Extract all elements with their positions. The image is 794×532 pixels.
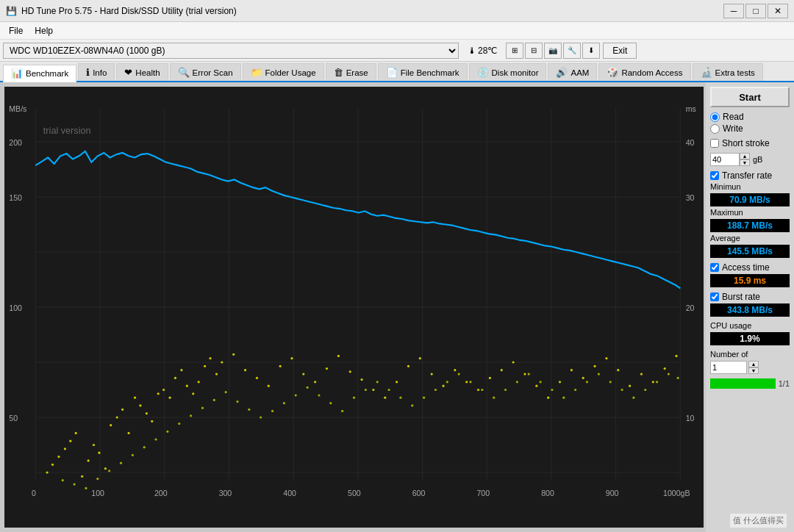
svg-point-118 (143, 446, 146, 448)
svg-point-89 (431, 373, 433, 375)
svg-point-139 (387, 389, 390, 391)
number-of-up[interactable]: ▲ (748, 361, 759, 367)
cpu-usage-section: CPU usage 1.9% (710, 321, 790, 345)
read-radio[interactable] (710, 112, 720, 122)
tab-benchmark[interactable]: 📊 Benchmark (3, 65, 76, 82)
short-stroke-label: Short stroke (722, 138, 770, 148)
tab-info-label: Info (93, 68, 107, 77)
short-stroke-input[interactable] (710, 153, 740, 166)
burst-rate-section: Burst rate 343.8 MB/s (710, 292, 790, 317)
menu-file[interactable]: File (3, 24, 29, 37)
svg-point-136 (353, 397, 355, 399)
svg-point-93 (477, 389, 479, 391)
svg-text:ms: ms (686, 104, 696, 113)
short-stroke-down[interactable]: ▼ (740, 159, 750, 166)
tab-aam[interactable]: 🔊 AAM (548, 63, 597, 81)
toolbar-icon-5[interactable]: ⬇ (582, 43, 600, 59)
start-button[interactable]: Start (710, 87, 790, 107)
toolbar-icon-4[interactable]: 🔧 (563, 43, 581, 59)
svg-text:150: 150 (9, 193, 22, 202)
svg-point-94 (489, 377, 491, 379)
svg-text:500: 500 (348, 489, 361, 497)
benchmark-icon: 📊 (11, 68, 23, 79)
tab-folder-usage[interactable]: 📁 Folder Usage (243, 63, 324, 81)
tab-info[interactable]: ℹ Info (78, 63, 115, 81)
read-label: Read (723, 112, 744, 122)
svg-point-75 (268, 385, 270, 387)
short-stroke-spinners: ▲ ▼ (740, 153, 750, 166)
svg-point-87 (407, 365, 409, 367)
exit-button[interactable]: Exit (603, 43, 637, 59)
tab-file-benchmark[interactable]: 📄 File Benchmark (378, 63, 468, 81)
burst-rate-checkbox[interactable] (710, 292, 719, 301)
svg-point-51 (104, 467, 107, 470)
toolbar-icon-2[interactable]: ⊟ (525, 43, 543, 59)
svg-point-44 (64, 447, 66, 450)
access-time-checkbox[interactable] (710, 263, 719, 272)
menu-help[interactable]: Help (29, 24, 59, 37)
svg-point-149 (504, 389, 507, 391)
read-write-group: Read Write (710, 112, 790, 134)
svg-point-76 (279, 365, 282, 367)
write-radio-row: Write (710, 123, 790, 134)
write-radio[interactable] (710, 124, 720, 134)
svg-text:700: 700 (476, 489, 490, 497)
close-button[interactable]: ✕ (768, 4, 788, 18)
svg-point-107 (640, 373, 643, 375)
svg-point-156 (586, 381, 588, 383)
tab-disk-monitor[interactable]: 💿 Disk monitor (469, 63, 547, 81)
number-of-input[interactable] (710, 361, 747, 374)
short-stroke-checkbox[interactable] (710, 139, 719, 148)
svg-point-83 (360, 378, 362, 381)
svg-point-144 (446, 381, 448, 383)
extra-tests-icon: 🔬 (701, 67, 712, 78)
titlebar: 💾 HD Tune Pro 5.75 - Hard Disk/SSD Utili… (0, 0, 794, 22)
svg-point-119 (154, 438, 157, 440)
number-of-down[interactable]: ▼ (748, 367, 759, 374)
svg-point-155 (574, 389, 576, 391)
svg-point-78 (302, 373, 304, 375)
svg-text:200: 200 (9, 138, 22, 147)
svg-point-73 (244, 369, 246, 371)
svg-point-60 (157, 392, 160, 395)
svg-point-153 (551, 389, 553, 391)
svg-point-121 (178, 423, 180, 425)
svg-text:900: 900 (606, 489, 619, 497)
svg-point-92 (465, 381, 468, 383)
svg-point-124 (213, 399, 215, 401)
short-stroke-up[interactable]: ▲ (740, 153, 750, 159)
tab-error-scan[interactable]: 🔍 Error Scan (170, 63, 241, 81)
minimize-button[interactable]: ─ (723, 4, 744, 18)
cpu-usage-value: 1.9% (710, 332, 790, 345)
minimum-label: Minimun (710, 182, 790, 191)
svg-point-42 (51, 464, 54, 466)
average-value: 145.5 MB/s (710, 245, 790, 258)
tab-health[interactable]: ❤ Health (116, 63, 168, 81)
svg-point-128 (260, 416, 262, 418)
svg-point-120 (166, 431, 168, 433)
info-icon: ℹ (86, 67, 90, 78)
tab-erase[interactable]: 🗑 Erase (326, 63, 376, 81)
disk-selector[interactable]: WDC WD10EZEX-08WN4A0 (1000 gB) (3, 43, 459, 59)
titlebar-controls: ─ □ ✕ (723, 4, 788, 18)
access-time-section: Access time 15.9 ms (710, 262, 790, 287)
svg-point-122 (190, 414, 192, 417)
svg-point-70 (215, 373, 218, 375)
tab-extra-tests[interactable]: 🔬 Extra tests (693, 63, 763, 81)
tab-benchmark-label: Benchmark (26, 69, 68, 78)
access-time-value: 15.9 ms (710, 274, 790, 287)
file-benchmark-icon: 📄 (386, 67, 398, 78)
toolbar-icon-1[interactable]: ⊞ (506, 43, 523, 59)
aam-icon: 🔊 (556, 67, 568, 78)
short-stroke-row: Short stroke (710, 138, 790, 148)
svg-point-132 (307, 387, 309, 389)
toolbar-icon-3[interactable]: 📷 (544, 43, 562, 59)
temp-icon: 🌡 (468, 46, 476, 56)
tab-folder-usage-label: Folder Usage (265, 68, 316, 77)
svg-point-61 (162, 389, 165, 391)
watermark-text: 值 什么值得买 (730, 514, 787, 528)
svg-point-152 (540, 381, 542, 383)
maximize-button[interactable]: □ (745, 4, 766, 18)
tab-random-access[interactable]: 🎲 Random Access (598, 63, 690, 81)
transfer-rate-checkbox[interactable] (710, 171, 719, 180)
